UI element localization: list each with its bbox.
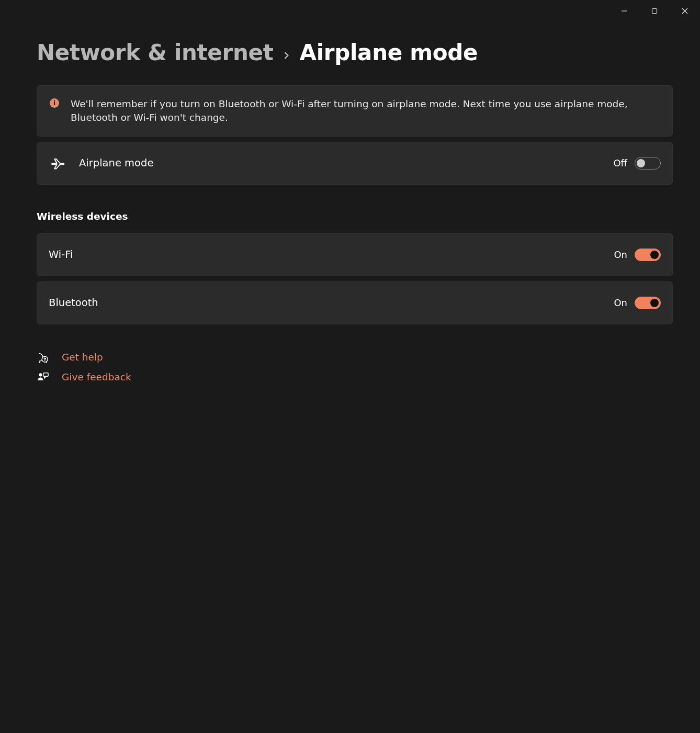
- airplane-mode-toggle[interactable]: [635, 157, 661, 170]
- toggle-knob: [650, 299, 659, 307]
- maximize-icon: [651, 8, 658, 14]
- info-icon: i: [50, 98, 59, 108]
- toggle-knob: [650, 251, 659, 259]
- airplane-icon: [49, 156, 67, 171]
- airplane-mode-row: Airplane mode Off: [37, 142, 673, 185]
- help-icon: ?: [37, 352, 49, 363]
- get-help-link[interactable]: ? Get help: [37, 352, 673, 363]
- close-icon: [682, 8, 688, 14]
- page-title: Airplane mode: [300, 40, 478, 65]
- chevron-right-icon: [283, 48, 290, 61]
- wifi-label: Wi-Fi: [49, 249, 73, 261]
- minimize-icon: [621, 8, 627, 14]
- bluetooth-label: Bluetooth: [49, 297, 98, 309]
- get-help-label: Get help: [62, 352, 103, 363]
- wifi-row: Wi-Fi On: [37, 233, 673, 276]
- info-banner-text: We'll remember if you turn on Bluetooth …: [71, 97, 657, 125]
- bluetooth-state: On: [614, 297, 627, 308]
- maximize-button[interactable]: [639, 0, 670, 22]
- svg-rect-7: [43, 373, 48, 376]
- breadcrumb-parent[interactable]: Network & internet: [37, 40, 274, 65]
- titlebar: [0, 0, 700, 22]
- svg-text:?: ?: [44, 357, 46, 362]
- close-button[interactable]: [670, 0, 700, 22]
- give-feedback-label: Give feedback: [62, 371, 131, 382]
- help-links: ? Get help Give feedback: [37, 352, 673, 383]
- wifi-toggle[interactable]: [635, 249, 661, 261]
- feedback-icon: [37, 371, 49, 383]
- airplane-mode-state: Off: [613, 157, 627, 168]
- svg-rect-1: [652, 9, 657, 14]
- bluetooth-row: Bluetooth On: [37, 281, 673, 324]
- airplane-mode-label: Airplane mode: [79, 157, 153, 169]
- breadcrumb: Network & internet Airplane mode: [37, 40, 673, 65]
- info-banner: i We'll remember if you turn on Bluetoot…: [37, 85, 673, 137]
- wireless-section-title: Wireless devices: [37, 211, 673, 222]
- settings-window: Network & internet Airplane mode i We'll…: [0, 0, 700, 733]
- bluetooth-toggle[interactable]: [635, 297, 661, 309]
- toggle-knob: [637, 159, 645, 167]
- minimize-button[interactable]: [609, 0, 639, 22]
- page-content: Network & internet Airplane mode i We'll…: [0, 22, 700, 399]
- give-feedback-link[interactable]: Give feedback: [37, 371, 673, 383]
- wifi-state: On: [614, 249, 627, 260]
- svg-point-6: [39, 373, 42, 376]
